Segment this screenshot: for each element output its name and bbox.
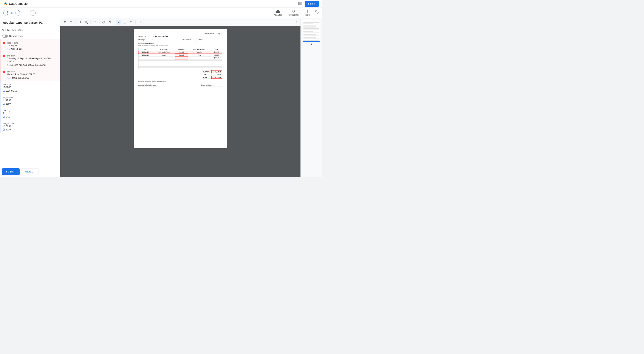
history-button[interactable]: [101, 20, 106, 25]
period-end-value: 10-Sep-15: [215, 33, 222, 34]
thumb-line: [303, 32, 319, 33]
col-cost: Cost: [211, 48, 222, 51]
redo-icon: [70, 21, 73, 24]
text-button[interactable]: [122, 20, 128, 25]
filter-label: Filter: [2, 29, 10, 32]
thumbnail-container[interactable]: [303, 20, 320, 42]
more-icon: [306, 10, 309, 13]
cursor-button[interactable]: [116, 20, 121, 25]
zoom-in-icon: [85, 21, 88, 24]
others-label: Others: [202, 73, 211, 76]
total-value: $1,239.00: [212, 76, 222, 79]
svg-point-16: [307, 10, 308, 11]
department-value: Finance: [198, 39, 204, 41]
grid-icon-button[interactable]: [297, 1, 302, 7]
toggle-label: Show all rows: [9, 35, 22, 38]
zoom-out-button[interactable]: [78, 20, 83, 25]
submit-button[interactable]: SUBMIT: [2, 168, 20, 175]
more-button[interactable]: More: [305, 10, 310, 16]
field-key: net_amount: [2, 96, 20, 99]
svg-point-25: [296, 22, 297, 23]
sign-in-button[interactable]: Sign in: [304, 1, 319, 7]
field-key: receipt_date: [7, 41, 24, 44]
svg-rect-10: [300, 4, 301, 5]
zoom-out-icon: [78, 21, 82, 24]
header-right: Sign in: [297, 1, 319, 7]
analytics-button[interactable]: Analytics: [274, 10, 282, 16]
cell-cost: $50.00: [211, 54, 222, 57]
thumb-line: [303, 29, 319, 29]
col-date: Date: [138, 48, 152, 51]
field-parsed: Formal 789.00XXX: [7, 77, 35, 79]
refresh-button[interactable]: [108, 20, 112, 25]
page-number: 1: [310, 43, 312, 45]
google-icon: [2, 128, 5, 131]
others-value: $50.00: [212, 73, 222, 76]
cell-cat: Formal: [175, 54, 188, 57]
timer-badge: 42:40: [3, 10, 20, 16]
field-parsed: USD: [2, 115, 20, 118]
panel-title: codelab-expense-parser-P1: [0, 18, 60, 27]
timer-icon: [6, 11, 9, 15]
search-button[interactable]: [137, 20, 142, 25]
thumb-line: [303, 22, 316, 22]
crop-icon: [130, 21, 132, 24]
start-date-row: start_date 15-01-15 2015-01-15: [0, 81, 60, 94]
sub-header-right: Analytics Notifications More: [274, 10, 319, 16]
timer-connector: - - -: [22, 12, 28, 14]
show-all-toggle[interactable]: [2, 35, 8, 38]
expand-button[interactable]: [315, 10, 319, 16]
submit-to-value: Lauren Jennifer: [154, 35, 168, 38]
filter-icon: [2, 29, 4, 31]
svg-rect-9: [300, 4, 300, 5]
footer-text: Please write detail of "Others" expense …: [138, 80, 222, 82]
svg-rect-22: [130, 21, 132, 23]
notifications-button[interactable]: Notifications: [288, 10, 300, 16]
toolbar-sep-2: [90, 20, 91, 24]
subtotal-value: $1,189.00: [212, 71, 222, 73]
right-panel: 1: [300, 18, 322, 177]
thumb-line: [303, 25, 316, 28]
sig-row: Approval Authority Signature Employee Si…: [138, 84, 222, 86]
reject-button[interactable]: REJECT: [21, 168, 38, 175]
filter-input[interactable]: [12, 29, 58, 32]
thumb-line: [303, 34, 319, 34]
thumb-line: [303, 32, 313, 32]
col-category: Category: [175, 48, 188, 51]
timer-area: 42:40 - - - 1: [3, 10, 36, 16]
thumb-line: [303, 40, 313, 40]
code-icon: [94, 21, 96, 24]
field-raw: $: [2, 112, 20, 115]
submit-to-row: Submit To Lauren Jennifer: [138, 35, 222, 38]
crop-button[interactable]: [128, 20, 134, 25]
logo-area: DataCompute: [3, 1, 28, 6]
toggle-row: Show all rows: [0, 33, 60, 40]
thumbnail: [303, 20, 320, 41]
thumb-line: [303, 23, 313, 24]
bell-icon: [292, 10, 295, 13]
undo-button[interactable]: [62, 20, 68, 25]
cell-date: [138, 57, 152, 59]
google-icon: [7, 48, 10, 50]
more-label: More: [305, 14, 310, 16]
period-end-label: Period End at: [205, 33, 214, 34]
net-amount-row: net_amount 1,189.00 1189: [0, 94, 60, 107]
svg-rect-7: [300, 3, 301, 4]
error-icon: !: [2, 55, 5, 57]
zoom-in-button[interactable]: [84, 20, 89, 25]
redo-button[interactable]: [69, 20, 74, 25]
manager-box: [152, 39, 180, 40]
thumb-line: [303, 33, 316, 33]
total-row: TOTAL $1,239.00: [202, 76, 222, 79]
thumb-line: [303, 35, 319, 36]
field-raw: Traveling 15-Sep-15 15 Meeting with 4m O…: [7, 57, 58, 63]
department-label: Department: [182, 39, 196, 41]
field-key: start_date: [2, 83, 20, 86]
refresh-icon: [108, 21, 112, 24]
center-panel: Period End at 10-Sep-15 Submit To Lauren…: [60, 18, 300, 177]
toolbar-sep-4: [114, 20, 114, 24]
table-row: 13-Sep-15 Meeting with Adam Official Tra…: [138, 51, 222, 54]
code-button[interactable]: [92, 20, 98, 25]
cell-exp-cat: Food: [188, 54, 211, 57]
toolbar-more-button[interactable]: [295, 20, 298, 25]
